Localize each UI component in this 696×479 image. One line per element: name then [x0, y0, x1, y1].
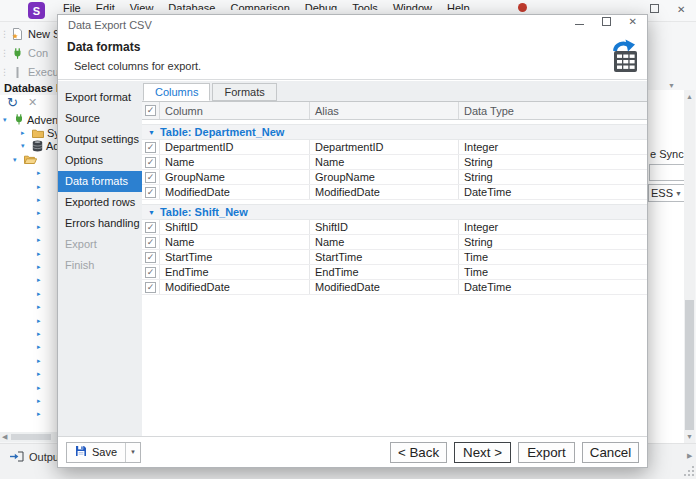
chevron-right-icon[interactable]: ▸	[37, 384, 45, 392]
chevron-right-icon[interactable]: ▸	[37, 276, 45, 284]
tab-columns[interactable]: Columns	[143, 83, 210, 101]
cell-alias[interactable]: StartTime	[310, 250, 459, 264]
wizard-step-output-settings[interactable]: Output settings	[58, 129, 142, 150]
refresh-icon[interactable]: ↻	[7, 95, 18, 110]
delete-icon[interactable]: ✕	[28, 96, 37, 109]
vertical-scrollbar[interactable]: ▲ ▼	[684, 90, 695, 443]
chevron-right-icon[interactable]: ▸	[37, 236, 45, 244]
tree-item[interactable]: ▾	[0, 153, 57, 166]
cancel-button[interactable]: Cancel	[582, 442, 639, 463]
export-button[interactable]: Export	[518, 442, 575, 463]
cell-alias[interactable]: EndTime	[310, 265, 459, 279]
menu-item-view[interactable]: View	[130, 2, 154, 10]
grid-header-datatype[interactable]: Data Type	[459, 102, 647, 119]
grid-row-name[interactable]: ✓NameNameString	[142, 155, 647, 170]
grid-row-modifieddate[interactable]: ✓ModifiedDateModifiedDateDateTime	[142, 280, 647, 295]
chevron-right-icon[interactable]: ▸	[37, 397, 45, 405]
cell-column[interactable]: ModifiedDate	[160, 185, 310, 199]
menu-item-database[interactable]: Database	[168, 2, 215, 10]
wizard-step-options[interactable]: Options	[58, 150, 142, 171]
cell-datatype[interactable]: Time	[459, 250, 647, 264]
tree-item-collapsed[interactable]: ▸	[0, 193, 57, 206]
next-button[interactable]: Next >	[454, 442, 511, 463]
chevron-down-icon[interactable]: ▾	[21, 142, 29, 150]
notification-icon[interactable]	[518, 3, 527, 12]
scroll-right-icon[interactable]: ▶	[687, 452, 692, 460]
cell-datatype[interactable]: String	[459, 170, 647, 184]
wizard-step-data-formats[interactable]: Data formats	[58, 171, 142, 192]
cell-alias[interactable]: ModifiedDate	[310, 185, 459, 199]
tree-item-collapsed[interactable]: ▸	[0, 180, 57, 193]
grid-row-departmentid[interactable]: ✓DepartmentIDDepartmentIDInteger	[142, 140, 647, 155]
chevron-down-icon[interactable]: ▾	[13, 156, 21, 164]
dialog-maximize-icon[interactable]	[602, 17, 611, 26]
tree-item-collapsed[interactable]: ▸	[0, 367, 57, 380]
cell-datatype[interactable]: Time	[459, 265, 647, 279]
cell-alias[interactable]: ModifiedDate	[310, 280, 459, 294]
wizard-step-errors-handling[interactable]: Errors handling	[58, 213, 142, 234]
dialog-minimize-icon[interactable]	[575, 24, 584, 25]
window-close-icon[interactable]: ✕	[677, 4, 685, 16]
wizard-step-source[interactable]: Source	[58, 108, 142, 129]
chevron-right-icon[interactable]: ▸	[37, 303, 45, 311]
tree-item-collapsed[interactable]: ▸	[0, 327, 57, 340]
chevron-right-icon[interactable]: ▸	[37, 250, 45, 258]
cell-column[interactable]: ModifiedDate	[160, 280, 310, 294]
row-checkbox[interactable]: ✓	[142, 220, 160, 234]
cell-column[interactable]: Name	[160, 235, 310, 249]
tree-item-collapsed[interactable]: ▸	[0, 274, 57, 287]
chevron-right-icon[interactable]: ▸	[37, 290, 45, 298]
cell-column[interactable]: GroupName	[160, 170, 310, 184]
grid-group-header[interactable]: ▼Table: Department_New	[142, 124, 647, 140]
tree-item-collapsed[interactable]: ▸	[0, 247, 57, 260]
tree-item-collapsed[interactable]: ▸	[0, 207, 57, 220]
scroll-left-icon[interactable]: ◀	[2, 433, 7, 441]
drag-grip-icon[interactable]: ⋮	[0, 29, 7, 39]
cell-datatype[interactable]: Integer	[459, 140, 647, 154]
menu-item-comparison[interactable]: Comparison	[230, 2, 289, 10]
menu-item-edit[interactable]: Edit	[96, 2, 115, 10]
tree-item-collapsed[interactable]: ▸	[0, 220, 57, 233]
tree-item-collapsed[interactable]: ▸	[0, 167, 57, 180]
scroll-up-icon[interactable]: ▲	[686, 93, 693, 100]
chevron-down-icon[interactable]: ▼	[148, 129, 155, 136]
chevron-right-icon[interactable]: ▸	[37, 196, 45, 204]
chevron-right-icon[interactable]: ▸	[37, 357, 45, 365]
wizard-step-finish[interactable]: Finish	[58, 255, 142, 276]
row-checkbox[interactable]: ✓	[142, 185, 160, 199]
tree-item-collapsed[interactable]: ▸	[0, 408, 57, 421]
grid-header-column[interactable]: Column	[160, 102, 310, 119]
cell-alias[interactable]: Name	[310, 155, 459, 169]
chevron-down-icon[interactable]: ▾	[3, 116, 11, 124]
row-checkbox[interactable]: ✓	[142, 235, 160, 249]
row-checkbox[interactable]: ✓	[142, 155, 160, 169]
chevron-right-icon[interactable]: ▸	[37, 183, 45, 191]
row-checkbox[interactable]: ✓	[142, 140, 160, 154]
cell-column[interactable]: EndTime	[160, 265, 310, 279]
wizard-step-exported-rows[interactable]: Exported rows	[58, 192, 142, 213]
resize-grip[interactable]	[684, 466, 694, 476]
scroll-down-icon[interactable]: ▼	[686, 433, 693, 440]
chevron-right-icon[interactable]: ▸	[37, 330, 45, 338]
cell-alias[interactable]: ShiftID	[310, 220, 459, 234]
tree-item-collapsed[interactable]: ▸	[0, 314, 57, 327]
tree-item-collapsed[interactable]: ▸	[0, 394, 57, 407]
menu-item-debug[interactable]: Debug	[305, 2, 337, 10]
chevron-right-icon[interactable]: ▸	[37, 169, 45, 177]
cell-datatype[interactable]: DateTime	[459, 280, 647, 294]
wizard-step-export[interactable]: Export	[58, 234, 142, 255]
tree-item-sys[interactable]: ▸Sys	[0, 126, 57, 139]
text-input-fragment[interactable]	[649, 164, 684, 181]
save-template-button[interactable]: Save ▼	[66, 442, 141, 463]
wizard-step-export-format[interactable]: Export format	[58, 87, 142, 108]
back-button[interactable]: < Back	[390, 442, 447, 463]
grid-row-shiftid[interactable]: ✓ShiftIDShiftIDInteger	[142, 220, 647, 235]
cell-datatype[interactable]: String	[459, 235, 647, 249]
chevron-right-icon[interactable]: ▸	[37, 223, 45, 231]
cell-column[interactable]: DepartmentID	[160, 140, 310, 154]
tree-item-collapsed[interactable]: ▸	[0, 287, 57, 300]
menu-item-help[interactable]: Help	[447, 2, 470, 10]
window-maximize-icon[interactable]	[650, 4, 659, 13]
tree-horizontal-scrollbar[interactable]: ◀	[0, 432, 57, 442]
cell-alias[interactable]: Name	[310, 235, 459, 249]
